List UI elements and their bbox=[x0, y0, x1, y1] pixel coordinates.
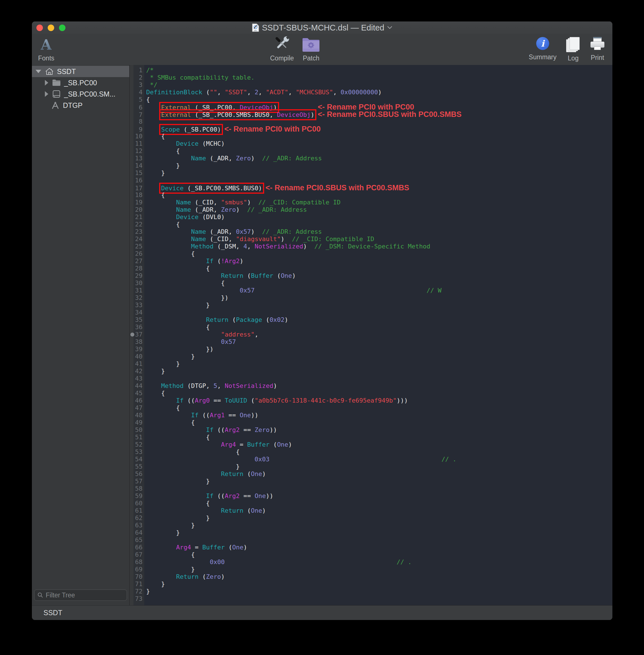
code-line[interactable]: 43 bbox=[129, 375, 613, 382]
code-line[interactable]: 71 } bbox=[129, 581, 613, 588]
code-line[interactable]: 8 bbox=[129, 118, 613, 126]
code-line[interactable]: 28 { bbox=[129, 265, 613, 272]
code-line[interactable]: 35 Return (Package (0x02) bbox=[129, 316, 613, 323]
code-line[interactable]: 59 If ((Arg2 == One)) bbox=[129, 492, 613, 500]
code-line[interactable]: 72} bbox=[129, 588, 613, 595]
code-line[interactable]: 17 Device (_SB.PC00.SMBS.BUS0)<- Rename … bbox=[129, 184, 613, 191]
code-line[interactable]: 63 } bbox=[129, 522, 613, 529]
code-line[interactable]: 54 0x03 // . bbox=[129, 456, 613, 463]
code-line[interactable]: 65 bbox=[129, 537, 613, 544]
line-number: 15 bbox=[129, 170, 144, 177]
patch-button[interactable]: Patch bbox=[302, 34, 320, 62]
code-line[interactable]: 9 Scope (_SB.PC00)<- Rename PCI0 with PC… bbox=[129, 126, 613, 133]
line-number: 49 bbox=[129, 419, 144, 426]
code-line[interactable]: 55 } bbox=[129, 463, 613, 470]
summary-button[interactable]: i Summary bbox=[529, 37, 556, 62]
code-line[interactable]: 15 } bbox=[129, 170, 613, 177]
sidebar-item-label: SSDT bbox=[57, 67, 76, 76]
code-editor[interactable]: 1/*2 * SMBus compatibility table.3 */4De… bbox=[129, 65, 613, 606]
line-number: 18 bbox=[129, 191, 144, 199]
code-line[interactable]: 53 { bbox=[129, 448, 613, 456]
code-line[interactable]: 45 { bbox=[129, 390, 613, 397]
status-scope-label: SSDT bbox=[43, 609, 62, 617]
code-line[interactable]: 58 bbox=[129, 485, 613, 492]
code-line[interactable]: 69 } bbox=[129, 566, 613, 573]
log-button[interactable]: Log bbox=[566, 37, 580, 62]
code-line[interactable]: 27 If (!Arg2) bbox=[129, 257, 613, 265]
code-line[interactable]: 16 bbox=[129, 177, 613, 184]
code-line[interactable]: 10 { bbox=[129, 133, 613, 140]
code-line[interactable]: 33 } bbox=[129, 301, 613, 309]
code-line[interactable]: 40 } bbox=[129, 353, 613, 360]
fonts-button[interactable]: A Fonts bbox=[38, 37, 54, 62]
sidebar-item-dtgp[interactable]: DTGP bbox=[32, 100, 129, 111]
code-line[interactable]: 51 { bbox=[129, 434, 613, 441]
line-number: 28 bbox=[129, 265, 144, 272]
code-line[interactable]: 34 bbox=[129, 309, 613, 316]
code-line[interactable]: 18 { bbox=[129, 191, 613, 199]
code-line[interactable]: 41 } bbox=[129, 360, 613, 367]
code-line[interactable]: 42 } bbox=[129, 367, 613, 375]
code-line[interactable]: 70 Return (Zero) bbox=[129, 573, 613, 581]
disclosure-expanded-icon[interactable] bbox=[36, 70, 41, 73]
code-line[interactable]: 24 Name (_CID, "diagsvault") // _CID: Co… bbox=[129, 235, 613, 243]
log-label: Log bbox=[568, 54, 578, 62]
code-line[interactable]: 62 } bbox=[129, 514, 613, 522]
code-line[interactable]: 32 }) bbox=[129, 294, 613, 301]
code-line[interactable]: 13 Name (_ADR, Zero) // _ADR: Address bbox=[129, 155, 613, 162]
code-line[interactable]: 22 { bbox=[129, 221, 613, 228]
code-line[interactable]: 49 { bbox=[129, 419, 613, 426]
sidebar-item-ssdt[interactable]: SSDT bbox=[32, 66, 129, 77]
code-line[interactable]: 36 { bbox=[129, 323, 613, 331]
code-line[interactable]: 73 bbox=[129, 595, 613, 603]
title-group: DSL SSDT-SBUS-MCHC.dsl — Edited bbox=[32, 21, 613, 34]
code-line[interactable]: 60 { bbox=[129, 500, 613, 507]
compile-button[interactable]: Compile bbox=[270, 34, 294, 62]
code-line[interactable]: 44 Method (DTGP, 5, NotSerialized) bbox=[129, 382, 613, 390]
code-line[interactable]: 11 Device (MCHC) bbox=[129, 140, 613, 148]
code-line[interactable]: 19 Name (_CID, "smbus") // _CID: Compati… bbox=[129, 199, 613, 206]
sidebar-item-sb-pc00-sm[interactable]: _SB.PC00.SM... bbox=[32, 88, 129, 100]
sidebar-item-sb-pc00[interactable]: _SB.PC00 bbox=[32, 77, 129, 88]
code-line[interactable]: 38 0x57 bbox=[129, 338, 613, 345]
code-line[interactable]: 52 Arg4 = Buffer (One) bbox=[129, 441, 613, 448]
code-line[interactable]: 29 Return (Buffer (One) bbox=[129, 272, 613, 279]
code-line[interactable]: 14 } bbox=[129, 162, 613, 170]
code-line[interactable]: 30 { bbox=[129, 279, 613, 287]
code-line[interactable]: 57 } bbox=[129, 478, 613, 485]
code-line[interactable]: 66 Arg4 = Buffer (One) bbox=[129, 544, 613, 551]
code-line[interactable]: 50 If ((Arg2 == Zero)) bbox=[129, 426, 613, 434]
code-line[interactable]: 61 Return (One) bbox=[129, 507, 613, 514]
code-line[interactable]: 20 Name (_ADR, Zero) // _ADR: Address bbox=[129, 206, 613, 213]
code-line[interactable]: 1/* bbox=[129, 67, 613, 74]
document-proxy-icon[interactable]: DSL bbox=[252, 23, 259, 32]
code-line[interactable]: 2 * SMBus compatibility table. bbox=[129, 74, 613, 81]
code-line[interactable]: 12 { bbox=[129, 148, 613, 155]
code-line[interactable]: 47 { bbox=[129, 404, 613, 412]
code-line[interactable]: 21 Device (DVL0) bbox=[129, 213, 613, 221]
code-line[interactable]: 3 */ bbox=[129, 81, 613, 89]
line-number: 14 bbox=[129, 162, 144, 170]
code-line[interactable]: 48 If ((Arg1 == One)) bbox=[129, 412, 613, 419]
code-line[interactable]: 37 "address", bbox=[129, 331, 613, 338]
filter-tree-input[interactable] bbox=[34, 589, 127, 601]
code-line[interactable]: 39 }) bbox=[129, 345, 613, 353]
code-line[interactable]: 67 { bbox=[129, 551, 613, 559]
code-line[interactable]: 26 { bbox=[129, 250, 613, 257]
code-line[interactable]: 6 External (_SB_.PC00, DeviceObj) <- Ren… bbox=[129, 103, 613, 111]
code-line[interactable]: 64 } bbox=[129, 529, 613, 537]
code-line[interactable]: 7 External (_SB_.PC00.SMBS.BUS0, DeviceO… bbox=[129, 111, 613, 118]
line-number: 5 bbox=[129, 96, 144, 103]
code-line[interactable]: 23 Name (_ADR, 0x57) // _ADR: Address bbox=[129, 228, 613, 235]
disclosure-collapsed-icon[interactable] bbox=[45, 91, 48, 97]
code-line[interactable]: 4DefinitionBlock ("", "SSDT", 2, "ACDT",… bbox=[129, 89, 613, 96]
print-button[interactable]: Print bbox=[590, 37, 605, 62]
code-line[interactable]: 46 If ((Arg0 == ToUUID ("a0b5b7c6-1318-4… bbox=[129, 397, 613, 404]
code-line[interactable]: 25 Method (_DSM, 4, NotSerialized) // _D… bbox=[129, 243, 613, 250]
title-chevron-down-icon[interactable] bbox=[387, 26, 392, 29]
code-line[interactable]: 68 0x00 // . bbox=[129, 559, 613, 566]
code-line[interactable]: 31 0x57 // W bbox=[129, 287, 613, 294]
code-line[interactable]: 5{ bbox=[129, 96, 613, 103]
code-line[interactable]: 56 Return (One) bbox=[129, 470, 613, 478]
disclosure-collapsed-icon[interactable] bbox=[45, 80, 48, 86]
